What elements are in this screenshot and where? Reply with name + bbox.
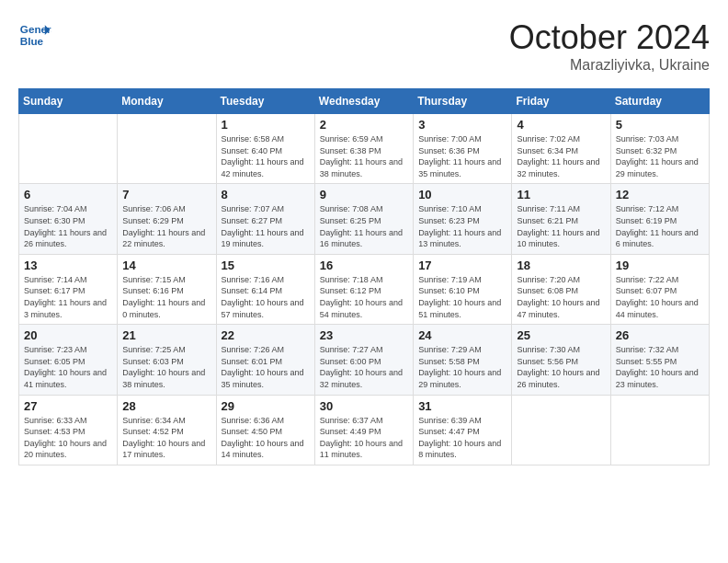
- day-info: Sunrise: 7:15 AMSunset: 6:16 PMDaylight:…: [122, 274, 210, 320]
- day-info: Sunrise: 7:02 AMSunset: 6:34 PMDaylight:…: [517, 133, 605, 179]
- location: Marazliyivka, Ukraine: [509, 57, 710, 74]
- calendar-day-9: 9Sunrise: 7:08 AMSunset: 6:25 PMDaylight…: [314, 184, 413, 254]
- day-info: Sunrise: 7:08 AMSunset: 6:25 PMDaylight:…: [320, 203, 408, 249]
- day-info: Sunrise: 7:03 AMSunset: 6:32 PMDaylight:…: [616, 133, 704, 179]
- day-info: Sunrise: 7:32 AMSunset: 5:55 PMDaylight:…: [616, 344, 704, 390]
- calendar-day-23: 23Sunrise: 7:27 AMSunset: 6:00 PMDayligh…: [314, 325, 413, 395]
- month-title: October 2024: [509, 18, 710, 57]
- day-number: 27: [24, 399, 112, 413]
- day-info: Sunrise: 7:04 AMSunset: 6:30 PMDaylight:…: [24, 203, 112, 249]
- day-number: 10: [418, 188, 506, 201]
- calendar-day-29: 29Sunrise: 6:36 AMSunset: 4:50 PMDayligh…: [216, 395, 314, 465]
- day-info: Sunrise: 7:16 AMSunset: 6:14 PMDaylight:…: [222, 274, 310, 320]
- weekday-header-saturday: Saturday: [610, 89, 709, 114]
- calendar-week-row: 1Sunrise: 6:58 AMSunset: 6:40 PMDaylight…: [19, 114, 710, 184]
- day-info: Sunrise: 7:25 AMSunset: 6:03 PMDaylight:…: [122, 344, 210, 390]
- day-info: Sunrise: 6:37 AMSunset: 4:49 PMDaylight:…: [320, 415, 408, 461]
- calendar-day-21: 21Sunrise: 7:25 AMSunset: 6:03 PMDayligh…: [118, 325, 216, 395]
- calendar-week-row: 6Sunrise: 7:04 AMSunset: 6:30 PMDaylight…: [19, 184, 710, 254]
- day-number: 19: [616, 259, 704, 272]
- calendar-week-row: 20Sunrise: 7:23 AMSunset: 6:05 PMDayligh…: [19, 325, 710, 395]
- calendar-day-6: 6Sunrise: 7:04 AMSunset: 6:30 PMDaylight…: [19, 184, 118, 254]
- calendar-day-24: 24Sunrise: 7:29 AMSunset: 5:58 PMDayligh…: [414, 325, 512, 395]
- weekday-header-thursday: Thursday: [414, 89, 512, 114]
- day-number: 31: [418, 399, 506, 413]
- day-info: Sunrise: 7:07 AMSunset: 6:27 PMDaylight:…: [222, 203, 310, 249]
- day-info: Sunrise: 6:39 AMSunset: 4:47 PMDaylight:…: [418, 415, 506, 461]
- day-number: 4: [517, 118, 605, 132]
- day-number: 11: [517, 188, 605, 201]
- calendar-day-3: 3Sunrise: 7:00 AMSunset: 6:36 PMDaylight…: [414, 114, 512, 184]
- day-number: 6: [24, 188, 112, 201]
- calendar-empty-cell: [118, 114, 216, 184]
- calendar-empty-cell: [19, 114, 118, 184]
- calendar-day-15: 15Sunrise: 7:16 AMSunset: 6:14 PMDayligh…: [216, 254, 314, 324]
- page-header: General Blue October 2024 Marazliyivka, …: [18, 18, 710, 74]
- calendar-day-28: 28Sunrise: 6:34 AMSunset: 4:52 PMDayligh…: [118, 395, 216, 465]
- day-info: Sunrise: 7:19 AMSunset: 6:10 PMDaylight:…: [418, 274, 506, 320]
- calendar-day-5: 5Sunrise: 7:03 AMSunset: 6:32 PMDaylight…: [610, 114, 709, 184]
- day-number: 30: [320, 399, 408, 413]
- day-number: 21: [122, 328, 210, 342]
- calendar-day-20: 20Sunrise: 7:23 AMSunset: 6:05 PMDayligh…: [19, 325, 118, 395]
- day-number: 23: [320, 328, 408, 342]
- day-number: 26: [616, 328, 704, 342]
- calendar-day-30: 30Sunrise: 6:37 AMSunset: 4:49 PMDayligh…: [314, 395, 413, 465]
- day-number: 22: [222, 328, 310, 342]
- day-number: 28: [122, 399, 210, 413]
- day-number: 5: [616, 118, 704, 132]
- day-info: Sunrise: 7:14 AMSunset: 6:17 PMDaylight:…: [24, 274, 112, 320]
- calendar-day-12: 12Sunrise: 7:12 AMSunset: 6:19 PMDayligh…: [610, 184, 709, 254]
- weekday-header-wednesday: Wednesday: [314, 89, 413, 114]
- logo: General Blue: [18, 18, 51, 52]
- day-number: 25: [517, 328, 605, 342]
- day-info: Sunrise: 7:29 AMSunset: 5:58 PMDaylight:…: [418, 344, 506, 390]
- day-info: Sunrise: 7:11 AMSunset: 6:21 PMDaylight:…: [517, 203, 605, 249]
- day-info: Sunrise: 6:58 AMSunset: 6:40 PMDaylight:…: [222, 133, 310, 179]
- calendar-day-25: 25Sunrise: 7:30 AMSunset: 5:56 PMDayligh…: [512, 325, 610, 395]
- calendar-day-11: 11Sunrise: 7:11 AMSunset: 6:21 PMDayligh…: [512, 184, 610, 254]
- day-number: 18: [517, 259, 605, 272]
- day-info: Sunrise: 7:30 AMSunset: 5:56 PMDaylight:…: [517, 344, 605, 390]
- day-info: Sunrise: 6:33 AMSunset: 4:53 PMDaylight:…: [24, 415, 112, 461]
- calendar-day-4: 4Sunrise: 7:02 AMSunset: 6:34 PMDaylight…: [512, 114, 610, 184]
- calendar-day-1: 1Sunrise: 6:58 AMSunset: 6:40 PMDaylight…: [216, 114, 314, 184]
- day-info: Sunrise: 6:59 AMSunset: 6:38 PMDaylight:…: [320, 133, 408, 179]
- calendar-day-10: 10Sunrise: 7:10 AMSunset: 6:23 PMDayligh…: [414, 184, 512, 254]
- weekday-header-row: SundayMondayTuesdayWednesdayThursdayFrid…: [19, 89, 710, 114]
- day-number: 29: [222, 399, 310, 413]
- title-block: October 2024 Marazliyivka, Ukraine: [509, 18, 710, 74]
- calendar-empty-cell: [512, 395, 610, 465]
- calendar-week-row: 13Sunrise: 7:14 AMSunset: 6:17 PMDayligh…: [19, 254, 710, 324]
- day-number: 24: [418, 328, 506, 342]
- day-info: Sunrise: 7:18 AMSunset: 6:12 PMDaylight:…: [320, 274, 408, 320]
- weekday-header-monday: Monday: [118, 89, 216, 114]
- calendar-day-18: 18Sunrise: 7:20 AMSunset: 6:08 PMDayligh…: [512, 254, 610, 324]
- calendar-empty-cell: [610, 395, 709, 465]
- day-info: Sunrise: 6:34 AMSunset: 4:52 PMDaylight:…: [122, 415, 210, 461]
- day-number: 15: [222, 259, 310, 272]
- calendar-day-7: 7Sunrise: 7:06 AMSunset: 6:29 PMDaylight…: [118, 184, 216, 254]
- calendar-day-27: 27Sunrise: 6:33 AMSunset: 4:53 PMDayligh…: [19, 395, 118, 465]
- day-number: 9: [320, 188, 408, 201]
- calendar-day-17: 17Sunrise: 7:19 AMSunset: 6:10 PMDayligh…: [414, 254, 512, 324]
- day-info: Sunrise: 7:22 AMSunset: 6:07 PMDaylight:…: [616, 274, 704, 320]
- calendar-day-22: 22Sunrise: 7:26 AMSunset: 6:01 PMDayligh…: [216, 325, 314, 395]
- day-number: 17: [418, 259, 506, 272]
- day-info: Sunrise: 6:36 AMSunset: 4:50 PMDaylight:…: [222, 415, 310, 461]
- day-number: 3: [418, 118, 506, 132]
- day-info: Sunrise: 7:27 AMSunset: 6:00 PMDaylight:…: [320, 344, 408, 390]
- day-info: Sunrise: 7:10 AMSunset: 6:23 PMDaylight:…: [418, 203, 506, 249]
- weekday-header-tuesday: Tuesday: [216, 89, 314, 114]
- day-number: 2: [320, 118, 408, 132]
- calendar-week-row: 27Sunrise: 6:33 AMSunset: 4:53 PMDayligh…: [19, 395, 710, 465]
- day-info: Sunrise: 7:06 AMSunset: 6:29 PMDaylight:…: [122, 203, 210, 249]
- calendar-table: SundayMondayTuesdayWednesdayThursdayFrid…: [18, 88, 710, 465]
- calendar-day-26: 26Sunrise: 7:32 AMSunset: 5:55 PMDayligh…: [610, 325, 709, 395]
- day-number: 13: [24, 259, 112, 272]
- calendar-day-2: 2Sunrise: 6:59 AMSunset: 6:38 PMDaylight…: [314, 114, 413, 184]
- day-info: Sunrise: 7:12 AMSunset: 6:19 PMDaylight:…: [616, 203, 704, 249]
- day-number: 16: [320, 259, 408, 272]
- day-number: 1: [222, 118, 310, 132]
- calendar-day-16: 16Sunrise: 7:18 AMSunset: 6:12 PMDayligh…: [314, 254, 413, 324]
